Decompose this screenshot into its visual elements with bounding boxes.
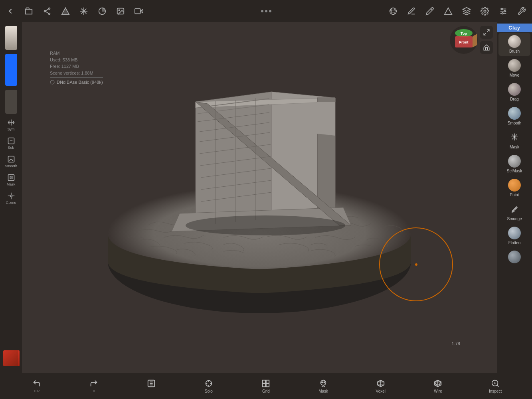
top-toolbar-right	[387, 5, 528, 18]
smudge-tool[interactable]: Smudge	[498, 200, 530, 223]
svg-point-22	[484, 10, 486, 12]
flatten-tool[interactable]: Flatten	[498, 224, 530, 247]
svg-point-27	[504, 10, 506, 12]
svg-point-1	[44, 10, 46, 12]
svg-marker-21	[463, 7, 470, 11]
material-swatch[interactable]	[5, 26, 17, 50]
svg-rect-83	[263, 383, 265, 386]
smooth-button[interactable]: Smooth	[2, 153, 20, 170]
svg-rect-82	[266, 380, 269, 383]
redo-button[interactable]: 0	[84, 379, 104, 393]
active-tool-label: Clay	[497, 24, 532, 32]
svg-line-3	[45, 9, 48, 11]
svg-text:Top: Top	[461, 32, 467, 36]
inspect-label: Inspect	[489, 389, 502, 393]
fullscreen-button[interactable]	[480, 26, 493, 39]
svg-marker-50	[196, 92, 271, 225]
home-button[interactable]	[480, 41, 493, 54]
svg-marker-71	[512, 211, 514, 213]
wire-button[interactable]: Wire	[428, 379, 448, 393]
drag-tool[interactable]: Drag	[498, 81, 530, 104]
solo-label: Solo	[205, 389, 213, 393]
voxel-label: Voxel	[376, 389, 386, 393]
pen-alt-button[interactable]	[423, 5, 436, 18]
pie-button[interactable]	[96, 5, 109, 18]
canvas-area[interactable]: RAM Used: 538 MB Free: 1127 MB Scene ver…	[22, 22, 497, 373]
grid-label: Grid	[262, 389, 270, 393]
scene-vertices: Scene vertices: 1.88M	[50, 70, 103, 77]
svg-point-26	[501, 8, 503, 10]
mask-label: Mask	[510, 145, 519, 149]
mask-label: Mask	[7, 182, 16, 186]
mask-bottom-button[interactable]: Mask	[313, 379, 333, 393]
flatten-label: Flatten	[508, 241, 521, 245]
sub-button[interactable]: Sub	[2, 134, 20, 152]
pen-button[interactable]	[405, 5, 418, 18]
sliders-button[interactable]	[497, 5, 510, 18]
back-button[interactable]	[4, 5, 17, 18]
stroke-preview[interactable]	[2, 349, 20, 371]
undo-button[interactable]: 102	[27, 379, 47, 393]
svg-point-39	[50, 80, 54, 84]
mask-star-icon: ✳	[508, 131, 521, 144]
svg-point-87	[324, 381, 325, 383]
flatten-sphere	[508, 227, 521, 239]
paint-sphere	[508, 179, 521, 192]
folder-button[interactable]	[22, 5, 35, 18]
move-sphere	[508, 59, 521, 72]
smooth-label: Smooth	[5, 164, 17, 168]
svg-text:Front: Front	[459, 40, 469, 44]
orientation-cube[interactable]: Top Front	[449, 25, 477, 53]
smooth-tool[interactable]: Smooth	[498, 105, 530, 128]
image-button[interactable]	[114, 5, 127, 18]
solo-button[interactable]: Solo	[199, 379, 219, 393]
more-options[interactable]	[261, 10, 271, 12]
triangle-button[interactable]	[442, 5, 455, 18]
top-toolbar-left	[4, 5, 145, 18]
extra-tool[interactable]	[498, 248, 530, 267]
wrench-button[interactable]	[515, 5, 528, 18]
svg-point-33	[10, 176, 12, 179]
smudge-label: Smudge	[507, 217, 522, 221]
svg-point-16	[390, 8, 397, 14]
svg-point-86	[322, 381, 323, 383]
svg-marker-54	[317, 102, 335, 136]
gizmo-button[interactable]: Gizmo	[2, 190, 20, 207]
video-button[interactable]	[133, 5, 145, 18]
svg-point-28	[502, 12, 503, 14]
layer-indicator[interactable]	[5, 54, 17, 86]
terrain-button[interactable]	[59, 5, 72, 18]
layer-swatch-2[interactable]	[5, 90, 17, 114]
ram-label: RAM	[50, 50, 103, 57]
sym-button[interactable]: Sym	[2, 116, 20, 134]
ram-used: Used: 538 MB	[50, 57, 103, 63]
selmask-label: SelMask	[507, 169, 522, 173]
mask-tool[interactable]: ✳ Mask	[498, 128, 530, 152]
mask-button[interactable]: Mask	[2, 171, 20, 189]
svg-line-41	[484, 33, 486, 35]
grid-button[interactable]: Grid	[256, 379, 276, 393]
inspect-button[interactable]: Inspect	[485, 379, 505, 393]
bottom-toolbar: 102 0 ... Solo Grid	[0, 373, 532, 399]
voxel-button[interactable]: Voxel	[371, 379, 391, 393]
snowflake-button[interactable]	[77, 5, 90, 18]
sym-label: Sym	[8, 127, 15, 131]
menu-button[interactable]: ...	[141, 379, 161, 393]
right-sidebar: Clay Brush Move Drag Smooth ✳ Mask SelMa…	[497, 22, 532, 399]
smooth-sphere	[508, 107, 521, 120]
undo-count: 102	[34, 389, 40, 393]
move-tool[interactable]: Move	[498, 57, 530, 80]
selmask-tool[interactable]: SelMask	[498, 152, 530, 176]
sphere-button[interactable]	[387, 5, 399, 18]
smooth-label: Smooth	[508, 121, 521, 125]
gear-button[interactable]	[479, 5, 491, 18]
paint-tool[interactable]: Paint	[498, 176, 530, 200]
brush-label: Brush	[509, 49, 520, 53]
viewport-controls	[480, 26, 493, 54]
sub-label: Sub	[8, 146, 14, 150]
share-button[interactable]	[41, 5, 53, 18]
paint-label: Paint	[510, 193, 519, 197]
brush-tool[interactable]: Brush	[498, 33, 530, 56]
svg-point-18	[390, 10, 397, 12]
layers-button[interactable]	[460, 5, 473, 18]
